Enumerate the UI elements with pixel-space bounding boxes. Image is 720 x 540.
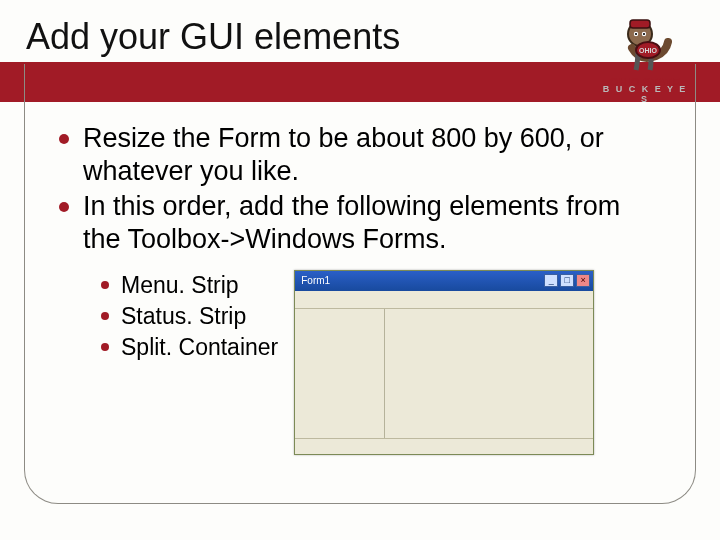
slide: Add your GUI elements OHIO OHIO STATE B …	[0, 0, 720, 540]
maximize-icon: □	[560, 274, 574, 287]
form-statusstrip	[295, 438, 593, 454]
split-panel-right	[385, 309, 593, 438]
svg-text:OHIO: OHIO	[639, 47, 657, 54]
bullet-item: In this order, add the following element…	[59, 190, 661, 256]
bullet-text: In this order, add the following element…	[83, 191, 620, 254]
form-menustrip	[295, 291, 593, 309]
svg-rect-1	[630, 20, 650, 28]
form-preview: Form1 _ □ ×	[294, 270, 594, 455]
svg-point-5	[643, 33, 645, 35]
minimize-icon: _	[544, 274, 558, 287]
content-card: Resize the Form to be about 800 by 600, …	[24, 64, 696, 504]
form-caption: Form1	[301, 275, 330, 286]
sub-bullet-item: Split. Container	[101, 332, 278, 363]
main-bullet-list: Resize the Form to be about 800 by 600, …	[59, 122, 661, 256]
sub-bullet-text: Menu. Strip	[121, 272, 239, 298]
svg-point-4	[635, 33, 637, 35]
sub-bullet-item: Menu. Strip	[101, 270, 278, 301]
sub-bullet-text: Split. Container	[121, 334, 278, 360]
sub-bullet-item: Status. Strip	[101, 301, 278, 332]
sub-bullet-text: Status. Strip	[121, 303, 246, 329]
form-body	[295, 309, 593, 438]
close-icon: ×	[576, 274, 590, 287]
sub-row: Menu. Strip Status. Strip Split. Contain…	[59, 270, 661, 455]
bullet-item: Resize the Form to be about 800 by 600, …	[59, 122, 661, 188]
window-buttons: _ □ ×	[544, 274, 590, 287]
sub-bullet-list: Menu. Strip Status. Strip Split. Contain…	[101, 270, 278, 363]
form-titlebar: Form1 _ □ ×	[295, 271, 593, 291]
split-panel-left	[295, 309, 385, 438]
bullet-text: Resize the Form to be about 800 by 600, …	[83, 123, 604, 186]
